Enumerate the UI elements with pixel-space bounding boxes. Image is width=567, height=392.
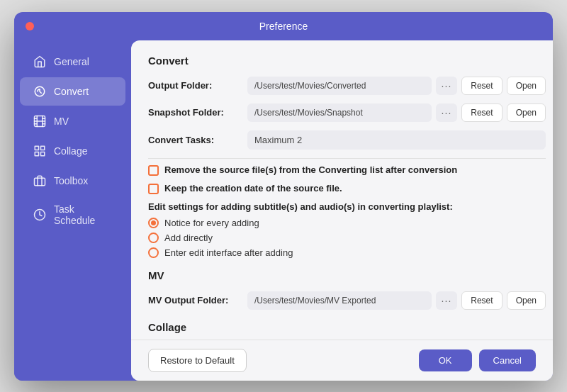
preference-window: Preference General: [14, 12, 553, 381]
footer-right-buttons: OK Cancel: [419, 349, 536, 371]
convert-tasks-label: Convert Tasks:: [148, 135, 247, 145]
svg-rect-13: [35, 178, 45, 186]
snapshot-folder-label: Snapshot Folder:: [148, 107, 247, 118]
collage-section-title: Collage: [148, 321, 546, 333]
title-bar: Preference: [14, 12, 553, 40]
output-folder-row: Output Folder: ··· Reset Open: [148, 77, 546, 95]
mv-output-folder-group: ··· Reset Open: [247, 291, 546, 310]
mv-output-folder-reset-button[interactable]: Reset: [461, 291, 502, 310]
sidebar-item-collage[interactable]: Collage: [20, 137, 125, 165]
mv-output-folder-input[interactable]: [247, 291, 432, 310]
mv-output-folder-dots-button[interactable]: ···: [436, 291, 458, 310]
radio-add-directly-row: Add directly: [148, 233, 546, 243]
sidebar-item-mv[interactable]: MV: [20, 107, 125, 135]
mv-section-title: MV: [148, 269, 546, 281]
radio-add-directly[interactable]: [148, 233, 159, 243]
snapshot-folder-reset-button[interactable]: Reset: [461, 103, 502, 122]
remove-source-label: Remove the source file(s) from the Conve…: [164, 164, 457, 175]
svg-rect-10: [41, 146, 45, 150]
output-folder-dots-button[interactable]: ···: [436, 77, 458, 95]
collage-section: Collage: [148, 321, 546, 333]
footer: Restore to Default OK Cancel: [131, 340, 553, 381]
mv-output-folder-row: MV Output Folder: ··· Reset Open: [148, 291, 546, 310]
snapshot-folder-dots-button[interactable]: ···: [436, 103, 458, 122]
radio-enter-edit-label: Enter edit interface after adding: [164, 247, 293, 258]
sidebar-item-toolbox[interactable]: Toolbox: [20, 167, 125, 195]
radio-enter-edit-row: Enter edit interface after adding: [148, 247, 546, 258]
output-folder-input[interactable]: [247, 77, 432, 95]
scrollable-content[interactable]: Convert Output Folder: ··· Reset Open: [131, 40, 553, 340]
convert-section: Convert Output Folder: ··· Reset Open: [148, 55, 546, 258]
tools-icon: [33, 174, 47, 188]
snapshot-folder-open-button[interactable]: Open: [507, 103, 546, 122]
sidebar-item-collage-label: Collage: [54, 145, 87, 157]
sidebar-item-convert[interactable]: Convert: [20, 77, 125, 106]
cancel-button[interactable]: Cancel: [479, 349, 536, 371]
radio-enter-edit[interactable]: [148, 247, 159, 258]
output-folder-reset-button[interactable]: Reset: [461, 77, 502, 95]
radio-notice[interactable]: [148, 218, 159, 228]
snapshot-folder-group: ··· Reset Open: [247, 103, 546, 122]
content-area: Convert Output Folder: ··· Reset Open: [131, 40, 553, 381]
remove-source-checkbox[interactable]: [148, 165, 159, 176]
clock-icon: [33, 208, 47, 222]
mv-output-folder-open-button[interactable]: Open: [507, 291, 546, 310]
house-icon: [33, 55, 47, 69]
convert-tasks-row: Convert Tasks: Maximum 2 Maximum 4 Maxim…: [148, 130, 546, 150]
ok-button[interactable]: OK: [419, 349, 472, 371]
checkbox-keep-date-row: Keep the creation date of the source fil…: [148, 183, 546, 194]
radio-notice-row: Notice for every adding: [148, 218, 546, 228]
refresh-icon: [33, 84, 47, 99]
radio-notice-label: Notice for every adding: [164, 218, 259, 228]
output-folder-label: Output Folder:: [148, 80, 247, 91]
svg-rect-11: [41, 152, 45, 155]
sidebar: General Convert: [14, 40, 131, 381]
snapshot-folder-row: Snapshot Folder: ··· Reset Open: [148, 103, 546, 122]
mv-section: MV MV Output Folder: ··· Reset Open: [148, 269, 546, 310]
restore-defaults-button[interactable]: Restore to Default: [148, 349, 247, 372]
main-content: General Convert: [14, 40, 553, 381]
output-folder-open-button[interactable]: Open: [507, 77, 546, 95]
sidebar-item-task-schedule[interactable]: Task Schedule: [20, 196, 125, 233]
sidebar-item-toolbox-label: Toolbox: [54, 175, 88, 186]
close-button[interactable]: [26, 22, 34, 30]
sidebar-item-convert-label: Convert: [54, 86, 89, 97]
keep-date-label: Keep the creation date of the source fil…: [164, 183, 342, 194]
traffic-lights: [26, 22, 34, 30]
keep-date-checkbox[interactable]: [148, 184, 159, 194]
sidebar-item-task-schedule-label: Task Schedule: [54, 203, 113, 226]
grid-icon: [33, 144, 47, 158]
window-title: Preference: [259, 21, 308, 32]
radio-add-directly-label: Add directly: [164, 233, 213, 243]
subtitle-section-label: Edit settings for adding subtitle(s) and…: [148, 201, 546, 212]
snapshot-folder-input[interactable]: [247, 103, 432, 122]
divider-1: [148, 158, 546, 159]
convert-section-title: Convert: [148, 55, 546, 67]
convert-tasks-group: Maximum 2 Maximum 4 Maximum 6: [247, 130, 546, 150]
sidebar-item-mv-label: MV: [54, 116, 69, 127]
convert-tasks-select[interactable]: Maximum 2 Maximum 4 Maximum 6: [247, 130, 546, 150]
output-folder-group: ··· Reset Open: [247, 77, 546, 95]
svg-rect-9: [35, 146, 38, 150]
mv-output-folder-label: MV Output Folder:: [148, 295, 247, 306]
svg-rect-12: [35, 152, 38, 155]
subtitle-section: Edit settings for adding subtitle(s) and…: [148, 201, 546, 258]
checkbox-remove-source-row: Remove the source file(s) from the Conve…: [148, 164, 546, 176]
sidebar-item-general-label: General: [54, 56, 89, 67]
sidebar-item-general[interactable]: General: [20, 47, 125, 76]
film-icon: [33, 114, 47, 128]
